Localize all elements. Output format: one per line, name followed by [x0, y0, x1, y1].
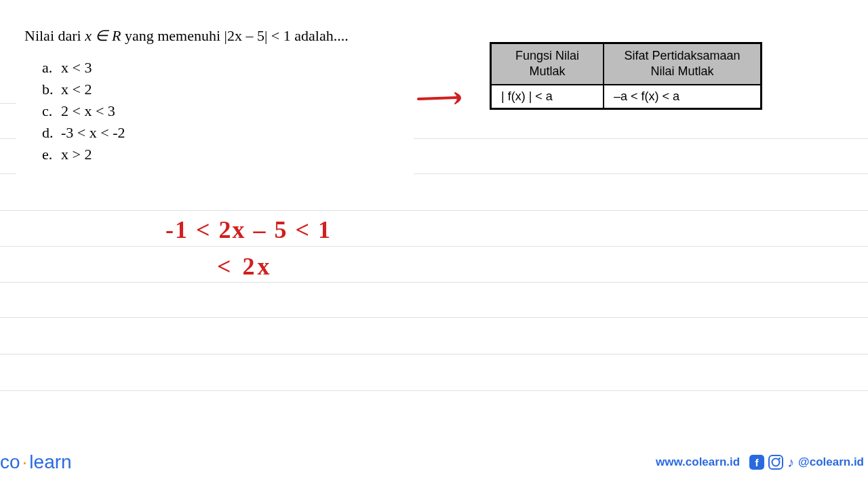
colearn-logo: co·learn	[0, 451, 72, 473]
instagram-icon[interactable]	[768, 455, 783, 470]
handwriting-line-2: < 2x	[217, 252, 273, 281]
rule-line	[0, 246, 868, 247]
rule-line	[0, 390, 868, 391]
footer-right: www.colearn.id f ♪ @colearn.id	[656, 455, 864, 470]
rule-line	[414, 138, 868, 139]
option-text: x < 2	[61, 79, 92, 100]
option-label: b.	[42, 79, 61, 100]
rule-line	[0, 317, 868, 318]
table-cell-2: –a < f(x) < a	[604, 85, 761, 108]
question-mid: yang memenuhi |2x – 5| < 1 adalah....	[121, 27, 348, 44]
option-b: b.x < 2	[42, 79, 125, 100]
header-line: Mutlak	[501, 64, 593, 79]
header-line: Fungsi Nilai	[501, 48, 593, 64]
option-a: a.x < 3	[42, 57, 125, 79]
option-text: -3 < x < -2	[61, 122, 125, 144]
question-prefix: Nilai dari	[24, 27, 85, 44]
logo-dot-icon: ·	[20, 451, 30, 472]
social-links: f ♪ @colearn.id	[749, 455, 864, 470]
tiktok-icon[interactable]: ♪	[787, 455, 794, 470]
social-handle[interactable]: @colearn.id	[798, 455, 864, 469]
rule-line	[414, 174, 868, 174]
footer: co·learn www.colearn.id f ♪ @colearn.id	[0, 451, 868, 473]
option-text: 2 < x < 3	[61, 100, 115, 122]
handwriting-line-1: -1 < 2x – 5 < 1	[165, 216, 332, 244]
logo-learn: learn	[29, 451, 71, 472]
table-cell-1: | f(x) | < a	[491, 85, 604, 108]
table-data-row: | f(x) | < a –a < f(x) < a	[491, 85, 761, 108]
arrow-icon	[417, 90, 467, 110]
option-e: e.x > 2	[42, 144, 125, 165]
option-text: x > 2	[61, 144, 92, 165]
footer-url[interactable]: www.colearn.id	[656, 455, 740, 469]
page: Nilai dari x ∈ R yang memenuhi |2x – 5| …	[0, 0, 868, 488]
option-c: c.2 < x < 3	[42, 100, 125, 122]
reference-table: Fungsi Nilai Mutlak Sifat Pertidaksamaan…	[490, 42, 762, 110]
question-text: Nilai dari x ∈ R yang memenuhi |2x – 5| …	[24, 27, 349, 45]
table-header-2: Sifat Pertidaksamaan Nilai Mutlak	[604, 43, 761, 85]
rule-line	[0, 210, 868, 211]
table-header-row: Fungsi Nilai Mutlak Sifat Pertidaksamaan…	[491, 43, 761, 85]
answer-options: a.x < 3 b.x < 2 c.2 < x < 3 d.-3 < x < -…	[42, 57, 125, 165]
option-label: e.	[42, 144, 61, 165]
header-line: Sifat Pertidaksamaan	[614, 48, 751, 64]
option-label: d.	[42, 122, 61, 144]
rule-line	[0, 282, 868, 283]
question-variable: x ∈ R	[85, 27, 121, 44]
rule-line-stub	[0, 103, 16, 104]
rule-line-stub	[0, 138, 16, 139]
table-header-1: Fungsi Nilai Mutlak	[491, 43, 604, 85]
option-label: a.	[42, 57, 61, 79]
option-text: x < 3	[61, 57, 92, 79]
rule-line-stub	[0, 174, 16, 174]
option-label: c.	[42, 100, 61, 122]
header-line: Nilai Mutlak	[614, 64, 751, 79]
rule-line	[0, 354, 868, 354]
logo-co: co	[0, 451, 20, 472]
option-d: d.-3 < x < -2	[42, 122, 125, 144]
facebook-icon[interactable]: f	[749, 455, 764, 470]
